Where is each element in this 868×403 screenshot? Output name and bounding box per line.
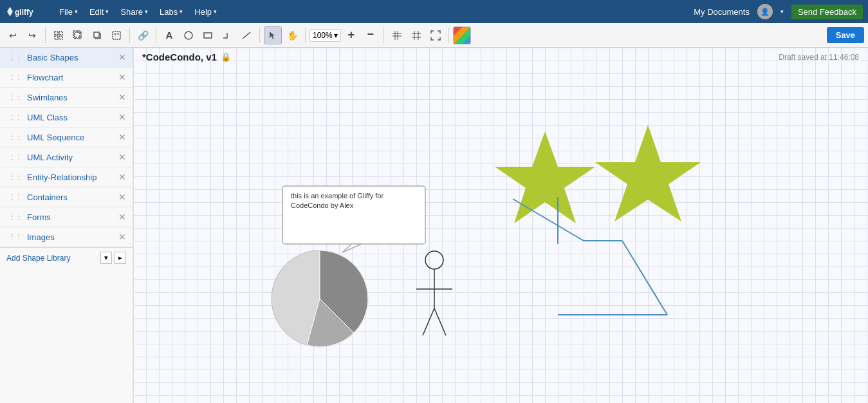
user-dropdown-arrow[interactable]: ▾ [780,8,784,15]
sidebar-label-images: Images [27,232,55,242]
zoom-control[interactable]: 100% ▾ [309,29,341,42]
svg-rect-25 [414,33,415,34]
svg-point-13 [185,32,192,39]
nav-share-arrow: ▾ [145,8,148,15]
close-containers-button[interactable]: ✕ [118,192,126,202]
main-layout: ⋮⋮ Basic Shapes ✕ ⋮⋮ Flowchart ✕ ⋮⋮ Swim… [0,48,868,403]
hand-tool-button[interactable]: ✋ [283,26,301,44]
close-basic-shapes-button[interactable]: ✕ [118,52,126,62]
sidebar-item-flowchart[interactable]: ⋮⋮ Flowchart ✕ [0,68,133,88]
svg-rect-26 [418,33,419,34]
svg-line-36 [434,308,446,335]
close-swimlanes-button[interactable]: ✕ [118,92,126,102]
sidebar-footer: Add Shape Library ▾ ▸ [0,247,133,268]
rectangle-tool-button[interactable] [199,26,217,44]
sidebar-item-basic-shapes[interactable]: ⋮⋮ Basic Shapes ✕ [0,48,133,68]
svg-text:CodeCondo by Alex: CodeCondo by Alex [291,202,354,209]
close-uml-activity-button[interactable]: ✕ [118,152,126,162]
canvas-area[interactable]: *CodeCondo, v1 🔒 Draft saved at 11:46:08… [133,48,868,403]
close-forms-button[interactable]: ✕ [118,212,126,222]
text-tool-button[interactable]: A [160,26,178,44]
redo-button[interactable]: ↪ [23,26,41,44]
drag-handle-icon: ⋮⋮ [9,94,22,100]
sidebar-item-entity-relationship[interactable]: ⋮⋮ Entity-Relationship ✕ [0,167,133,187]
link-button[interactable]: 🔗 [134,26,152,44]
toolbar-separator-4 [259,28,260,43]
nav-help[interactable]: Help ▾ [189,5,222,19]
undo-button[interactable]: ↩ [4,26,22,44]
callout-shape[interactable]: this is an example of Gliffy for CodeCon… [282,186,425,252]
svg-marker-0 [7,7,13,17]
add-shape-library-button[interactable]: Add Shape Library [6,254,70,263]
duplicate-button[interactable] [88,26,106,44]
sidebar-item-images[interactable]: ⋮⋮ Images ✕ [0,227,133,247]
sidebar-item-uml-sequence[interactable]: ⋮⋮ UML Sequence ✕ [0,127,133,147]
sidebar-item-containers[interactable]: ⋮⋮ Containers ✕ [0,187,133,207]
sidebar-item-swimlanes[interactable]: ⋮⋮ Swimlanes ✕ [0,88,133,108]
close-uml-sequence-button[interactable]: ✕ [118,132,126,142]
zoom-out-button[interactable]: − [362,26,380,44]
canvas-svg[interactable]: this is an example of Gliffy for CodeCon… [133,48,868,403]
sidebar-label-uml-sequence: UML Sequence [27,133,84,142]
select-multi-button[interactable] [69,26,87,44]
toolbar-separator-1 [45,28,46,43]
snap-grid-button[interactable] [407,26,425,44]
group-button[interactable] [107,26,125,44]
zoom-dropdown-arrow[interactable]: ▾ [334,31,338,40]
bent-line-tool-button[interactable] [218,26,236,44]
svg-rect-9 [94,32,99,37]
pie-chart-shape[interactable] [272,250,368,347]
toolbar-separator-3 [156,28,156,43]
drag-handle-icon: ⋮⋮ [9,154,22,160]
sidebar-label-containers: Containers [27,192,68,202]
star-shape-right[interactable] [595,125,701,221]
sidebar-label-flowchart: Flowchart [27,73,63,82]
my-documents-link[interactable]: My Documents [694,7,750,17]
nav-edit[interactable]: Edit ▾ [84,5,114,19]
sidebar-expand-button[interactable]: ▸ [115,252,126,264]
svg-line-35 [423,308,434,335]
toolbar-separator-6 [383,28,384,43]
close-flowchart-button[interactable]: ✕ [118,72,126,82]
nav-labs[interactable]: Labs ▾ [154,5,188,19]
grid-toggle-button[interactable] [388,26,406,44]
nav-file[interactable]: File ▾ [54,5,83,19]
ellipse-tool-button[interactable] [180,26,198,44]
save-button[interactable]: Save [827,27,864,43]
svg-marker-38 [595,125,701,221]
send-feedback-button[interactable]: Send Feedback [791,5,863,19]
drag-handle-icon: ⋮⋮ [9,54,22,61]
user-avatar[interactable]: 👤 [757,4,773,19]
logo[interactable]: gliffy [5,4,44,19]
sidebar-label-uml-activity: UML Activity [27,153,73,162]
close-uml-class-button[interactable]: ✕ [118,112,126,122]
sidebar-item-uml-class[interactable]: ⋮⋮ UML Class ✕ [0,108,133,127]
fit-page-button[interactable] [427,26,445,44]
line-tool-button[interactable] [237,26,255,44]
drag-handle-icon: ⋮⋮ [9,114,22,120]
sidebar-item-uml-activity[interactable]: ⋮⋮ UML Activity ✕ [0,147,133,167]
nav-share[interactable]: Share ▾ [115,5,153,19]
sidebar-collapse-button[interactable]: ▾ [100,252,112,264]
blue-lines-drawing[interactable] [513,197,667,315]
svg-line-15 [243,32,250,39]
toolbar: ↩ ↪ 🔗 A ✋ 100% ▾ + − [0,23,868,48]
svg-rect-12 [117,33,119,35]
drag-handle-icon: ⋮⋮ [9,194,22,200]
sidebar-label-uml-class: UML Class [27,113,68,122]
svg-rect-2 [55,32,58,35]
select-area-button[interactable] [50,26,68,44]
sidebar-item-forms[interactable]: ⋮⋮ Forms ✕ [0,207,133,227]
stick-figure-shape[interactable] [416,251,452,335]
star-shape-left[interactable] [495,131,595,223]
pointer-tool-button[interactable] [264,26,282,44]
close-images-button[interactable]: ✕ [118,232,126,242]
svg-rect-5 [59,36,62,39]
color-palette-button[interactable] [453,26,471,44]
zoom-in-button[interactable]: + [342,26,360,44]
drag-handle-icon: ⋮⋮ [9,214,22,220]
svg-marker-28 [342,244,362,252]
close-entity-relationship-button[interactable]: ✕ [118,172,126,182]
drag-handle-icon: ⋮⋮ [9,174,22,180]
toolbar-separator-5 [305,28,306,43]
